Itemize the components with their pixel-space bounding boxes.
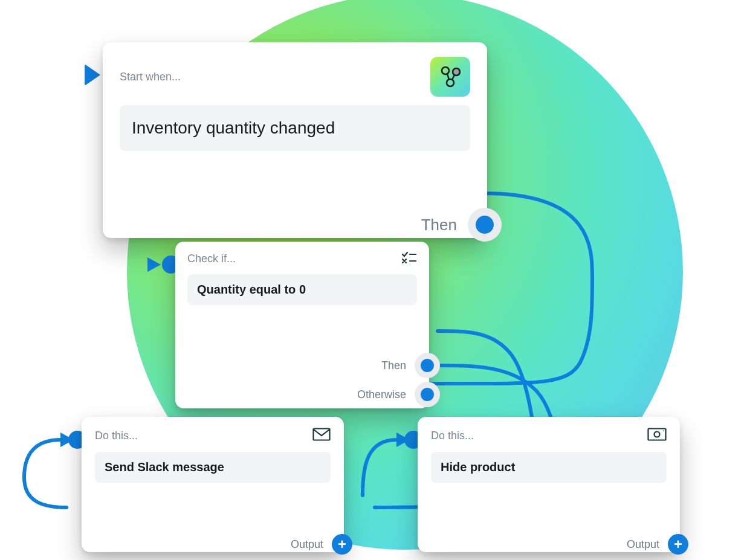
start-indicator-icon — [85, 64, 100, 86]
flow-app-icon — [430, 57, 470, 97]
svg-rect-11 — [648, 429, 666, 440]
trigger-then-label: Then — [421, 216, 457, 234]
action-b-output-label: Output — [627, 538, 659, 551]
action-a-add-output[interactable]: + — [332, 534, 352, 555]
condition-then-label: Then — [381, 359, 406, 372]
trigger-then-port[interactable] — [468, 208, 502, 242]
action-b-card[interactable]: Do this... Hide product Output + — [418, 417, 680, 552]
condition-card[interactable]: Check if... Quantity equal to 0 Then Oth… — [175, 242, 429, 408]
action-b-header: Do this... — [431, 430, 474, 442]
svg-point-4 — [453, 68, 460, 76]
action-a-header: Do this... — [95, 430, 138, 442]
action-b-content[interactable]: Hide product — [431, 452, 667, 483]
svg-line-7 — [452, 75, 454, 80]
condition-content[interactable]: Quantity equal to 0 — [187, 274, 417, 305]
trigger-card[interactable]: Start when... Inventory quantity changed… — [103, 42, 487, 238]
cash-icon — [647, 428, 667, 443]
action-a-card[interactable]: Do this... Send Slack message Output + — [82, 417, 344, 552]
svg-point-5 — [447, 79, 454, 86]
trigger-header: Start when... — [120, 71, 181, 83]
condition-otherwise-label: Otherwise — [357, 388, 406, 401]
action-a-content[interactable]: Send Slack message — [95, 452, 331, 483]
condition-icon — [401, 251, 417, 266]
action-b-add-output[interactable]: + — [668, 534, 688, 555]
condition-header: Check if... — [187, 253, 236, 265]
action-a-output-label: Output — [291, 538, 323, 551]
envelope-icon — [312, 428, 331, 443]
svg-point-12 — [655, 432, 660, 437]
condition-otherwise-port[interactable] — [415, 382, 440, 407]
svg-point-13 — [663, 430, 664, 431]
svg-point-3 — [442, 67, 449, 74]
trigger-content[interactable]: Inventory quantity changed — [120, 105, 470, 151]
svg-line-6 — [447, 74, 449, 80]
condition-then-port[interactable] — [415, 353, 440, 378]
